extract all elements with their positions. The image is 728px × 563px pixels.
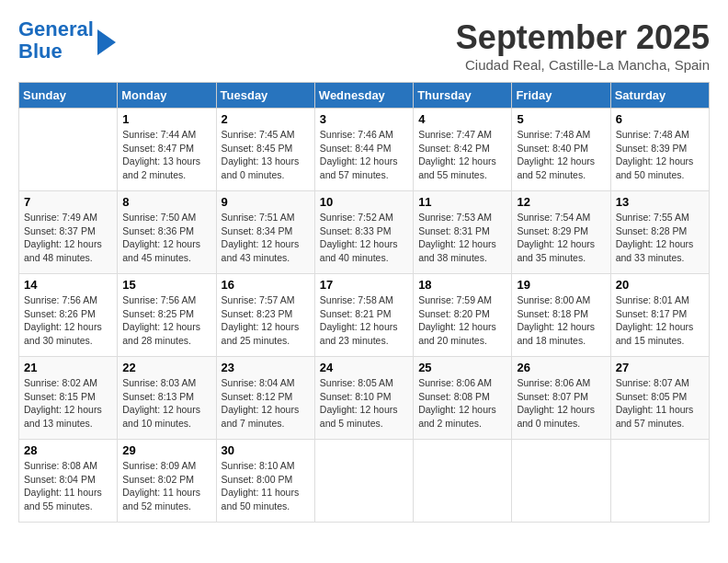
calendar-cell: 22Sunrise: 8:03 AMSunset: 8:13 PMDayligh… [118, 357, 216, 440]
calendar-cell: 24Sunrise: 8:05 AMSunset: 8:10 PMDayligh… [314, 357, 413, 440]
day-info: Sunrise: 7:48 AMSunset: 8:39 PMDaylight:… [616, 128, 704, 182]
day-number: 14 [24, 278, 112, 292]
day-info: Sunrise: 7:52 AMSunset: 8:33 PMDaylight:… [320, 211, 408, 265]
calendar-cell: 25Sunrise: 8:06 AMSunset: 8:08 PMDayligh… [414, 357, 512, 440]
day-number: 29 [122, 443, 210, 457]
calendar-cell [19, 109, 118, 191]
title-block: September 2025 Ciudad Real, Castille-La … [456, 18, 710, 73]
day-number: 5 [517, 112, 605, 126]
calendar-cell [314, 440, 413, 523]
day-info: Sunrise: 8:03 AMSunset: 8:13 PMDaylight:… [122, 376, 210, 431]
day-info: Sunrise: 7:56 AMSunset: 8:25 PMDaylight:… [122, 293, 210, 348]
day-number: 7 [24, 195, 112, 209]
calendar-cell: 29Sunrise: 8:09 AMSunset: 8:02 PMDayligh… [118, 440, 216, 523]
calendar-cell: 5Sunrise: 7:48 AMSunset: 8:40 PMDaylight… [512, 109, 610, 191]
day-number: 21 [24, 361, 112, 374]
column-header-thursday: Thursday [414, 83, 512, 109]
calendar-cell: 28Sunrise: 8:08 AMSunset: 8:04 PMDayligh… [19, 440, 118, 523]
calendar-header-row: SundayMondayTuesdayWednesdayThursdayFrid… [19, 83, 710, 109]
calendar-week-3: 14Sunrise: 7:56 AMSunset: 8:26 PMDayligh… [19, 274, 710, 357]
day-info: Sunrise: 7:57 AMSunset: 8:23 PMDaylight:… [222, 293, 310, 348]
day-number: 1 [122, 112, 210, 126]
calendar-cell: 18Sunrise: 7:59 AMSunset: 8:20 PMDayligh… [414, 274, 512, 357]
day-number: 12 [517, 195, 605, 209]
day-number: 17 [320, 278, 408, 292]
day-number: 19 [517, 278, 605, 292]
day-info: Sunrise: 7:51 AMSunset: 8:34 PMDaylight:… [222, 211, 310, 265]
day-info: Sunrise: 7:47 AMSunset: 8:42 PMDaylight:… [418, 128, 506, 182]
day-info: Sunrise: 7:44 AMSunset: 8:47 PMDaylight:… [122, 128, 210, 182]
day-info: Sunrise: 8:10 AMSunset: 8:00 PMDaylight:… [222, 459, 310, 513]
column-header-saturday: Saturday [610, 83, 709, 109]
day-info: Sunrise: 8:00 AMSunset: 8:18 PMDaylight:… [517, 293, 605, 348]
day-number: 9 [222, 195, 310, 209]
day-number: 18 [418, 278, 506, 292]
day-number: 11 [418, 195, 506, 209]
calendar-cell: 10Sunrise: 7:52 AMSunset: 8:33 PMDayligh… [314, 191, 413, 274]
calendar-cell: 11Sunrise: 7:53 AMSunset: 8:31 PMDayligh… [414, 191, 512, 274]
day-number: 26 [517, 361, 605, 374]
calendar-cell: 9Sunrise: 7:51 AMSunset: 8:34 PMDaylight… [216, 191, 314, 274]
day-number: 23 [222, 361, 310, 374]
column-header-wednesday: Wednesday [314, 83, 413, 109]
day-number: 28 [24, 443, 112, 457]
day-info: Sunrise: 8:04 AMSunset: 8:12 PMDaylight:… [222, 376, 310, 431]
month-title: September 2025 [456, 18, 710, 57]
calendar-cell [512, 440, 610, 523]
location-text: Ciudad Real, Castille-La Mancha, Spain [456, 57, 710, 73]
logo-text: GeneralBlue [18, 18, 94, 63]
day-info: Sunrise: 7:48 AMSunset: 8:40 PMDaylight:… [517, 128, 605, 182]
day-number: 16 [222, 278, 310, 292]
calendar-cell: 6Sunrise: 7:48 AMSunset: 8:39 PMDaylight… [610, 109, 709, 191]
calendar-cell [610, 440, 709, 523]
logo: GeneralBlue [18, 18, 116, 63]
day-number: 25 [418, 361, 506, 374]
calendar-body: 1Sunrise: 7:44 AMSunset: 8:47 PMDaylight… [19, 109, 710, 523]
day-info: Sunrise: 7:49 AMSunset: 8:37 PMDaylight:… [24, 211, 112, 265]
day-number: 4 [418, 112, 506, 126]
day-number: 27 [616, 361, 704, 374]
calendar-cell: 1Sunrise: 7:44 AMSunset: 8:47 PMDaylight… [118, 109, 216, 191]
day-number: 20 [616, 278, 704, 292]
column-header-tuesday: Tuesday [216, 83, 314, 109]
column-header-sunday: Sunday [19, 83, 118, 109]
calendar-week-1: 1Sunrise: 7:44 AMSunset: 8:47 PMDaylight… [19, 109, 710, 191]
calendar-cell: 16Sunrise: 7:57 AMSunset: 8:23 PMDayligh… [216, 274, 314, 357]
day-info: Sunrise: 8:07 AMSunset: 8:05 PMDaylight:… [616, 376, 704, 431]
calendar-cell: 20Sunrise: 8:01 AMSunset: 8:17 PMDayligh… [610, 274, 709, 357]
day-info: Sunrise: 8:01 AMSunset: 8:17 PMDaylight:… [616, 293, 704, 348]
calendar-cell: 23Sunrise: 8:04 AMSunset: 8:12 PMDayligh… [216, 357, 314, 440]
day-number: 15 [122, 278, 210, 292]
day-number: 6 [616, 112, 704, 126]
day-number: 24 [320, 361, 408, 374]
day-number: 30 [222, 443, 310, 457]
day-number: 13 [616, 195, 704, 209]
calendar-cell: 13Sunrise: 7:55 AMSunset: 8:28 PMDayligh… [610, 191, 709, 274]
calendar-cell: 12Sunrise: 7:54 AMSunset: 8:29 PMDayligh… [512, 191, 610, 274]
day-info: Sunrise: 7:46 AMSunset: 8:44 PMDaylight:… [320, 128, 408, 182]
day-info: Sunrise: 7:50 AMSunset: 8:36 PMDaylight:… [122, 211, 210, 265]
day-info: Sunrise: 8:02 AMSunset: 8:15 PMDaylight:… [24, 376, 112, 431]
calendar-cell: 15Sunrise: 7:56 AMSunset: 8:25 PMDayligh… [118, 274, 216, 357]
column-header-monday: Monday [118, 83, 216, 109]
calendar-cell: 30Sunrise: 8:10 AMSunset: 8:00 PMDayligh… [216, 440, 314, 523]
calendar-cell [414, 440, 512, 523]
column-header-friday: Friday [512, 83, 610, 109]
day-info: Sunrise: 8:06 AMSunset: 8:08 PMDaylight:… [418, 376, 506, 431]
calendar-cell: 19Sunrise: 8:00 AMSunset: 8:18 PMDayligh… [512, 274, 610, 357]
calendar-cell: 17Sunrise: 7:58 AMSunset: 8:21 PMDayligh… [314, 274, 413, 357]
calendar-cell: 26Sunrise: 8:06 AMSunset: 8:07 PMDayligh… [512, 357, 610, 440]
day-info: Sunrise: 7:58 AMSunset: 8:21 PMDaylight:… [320, 293, 408, 348]
day-number: 2 [222, 112, 310, 126]
day-number: 3 [320, 112, 408, 126]
calendar-week-5: 28Sunrise: 8:08 AMSunset: 8:04 PMDayligh… [19, 440, 710, 523]
day-number: 22 [122, 361, 210, 374]
day-info: Sunrise: 7:53 AMSunset: 8:31 PMDaylight:… [418, 211, 506, 265]
day-info: Sunrise: 8:08 AMSunset: 8:04 PMDaylight:… [24, 459, 112, 513]
page-header: GeneralBlue September 2025 Ciudad Real, … [18, 18, 710, 73]
day-info: Sunrise: 7:55 AMSunset: 8:28 PMDaylight:… [616, 211, 704, 265]
calendar-cell: 14Sunrise: 7:56 AMSunset: 8:26 PMDayligh… [19, 274, 118, 357]
calendar-cell: 27Sunrise: 8:07 AMSunset: 8:05 PMDayligh… [610, 357, 709, 440]
calendar-cell: 21Sunrise: 8:02 AMSunset: 8:15 PMDayligh… [19, 357, 118, 440]
calendar-cell: 4Sunrise: 7:47 AMSunset: 8:42 PMDaylight… [414, 109, 512, 191]
